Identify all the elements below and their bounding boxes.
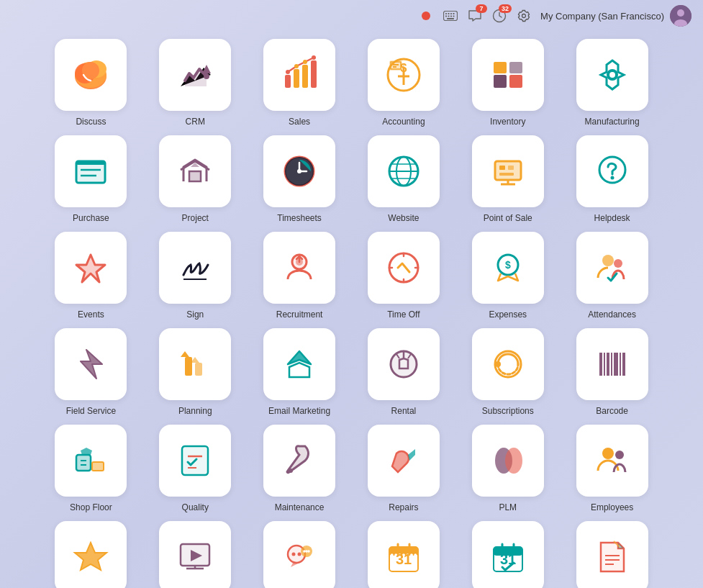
app-icon-expenses: $ bbox=[472, 232, 544, 304]
svg-point-20 bbox=[204, 73, 209, 79]
app-icon-attendances bbox=[576, 232, 648, 304]
app-item-discuss[interactable]: Discuss bbox=[43, 39, 139, 127]
app-item-employees[interactable]: Employees bbox=[564, 425, 660, 512]
app-item-plm[interactable]: PLM bbox=[460, 425, 555, 512]
svg-rect-1 bbox=[445, 13, 447, 14]
company-selector[interactable]: My Company (San Francisco) bbox=[540, 5, 691, 27]
app-label-attendances: Attendances bbox=[588, 309, 636, 320]
app-item-email_marketing[interactable]: Email Marketing bbox=[252, 328, 348, 416]
app-icon-maintenance bbox=[263, 425, 335, 497]
app-item-sign[interactable]: Sign bbox=[148, 232, 243, 320]
svg-rect-3 bbox=[450, 13, 452, 14]
app-item-expenses[interactable]: $Expenses bbox=[460, 232, 555, 320]
app-item-inventory[interactable]: Inventory bbox=[460, 39, 555, 127]
svg-rect-58 bbox=[495, 161, 521, 180]
app-item-attendances[interactable]: Attendances bbox=[564, 232, 660, 320]
app-label-time_off: Time Off bbox=[387, 309, 419, 320]
app-item-repairs[interactable]: Repairs bbox=[355, 425, 451, 512]
chat-icon[interactable]: 7 bbox=[467, 8, 483, 24]
app-item-appraisals[interactable]: Appraisals bbox=[43, 521, 139, 588]
svg-rect-96 bbox=[604, 353, 605, 376]
app-item-subscriptions[interactable]: Subscriptions bbox=[460, 328, 555, 416]
app-label-planning: Planning bbox=[178, 406, 212, 416]
svg-rect-7 bbox=[450, 16, 452, 17]
user-avatar[interactable] bbox=[670, 5, 691, 27]
app-item-planning[interactable]: Planning bbox=[148, 328, 243, 416]
app-label-manufacturing: Manufacturing bbox=[585, 117, 640, 127]
app-label-expenses: Expenses bbox=[489, 309, 527, 320]
app-item-appointments[interactable]: 31Appointments bbox=[460, 521, 555, 588]
app-icon-rental bbox=[368, 328, 440, 400]
app-item-barcode[interactable]: Barcode bbox=[564, 328, 660, 416]
app-item-field_service[interactable]: Field Service bbox=[43, 328, 139, 416]
svg-point-27 bbox=[294, 64, 299, 68]
app-icon-planning bbox=[159, 328, 231, 400]
svg-rect-5 bbox=[445, 16, 447, 17]
app-icon-events bbox=[55, 232, 127, 304]
app-icon-field_service bbox=[55, 328, 127, 400]
svg-rect-38 bbox=[509, 75, 522, 88]
app-item-timesheets[interactable]: Timesheets bbox=[252, 135, 348, 223]
app-item-documents[interactable]: Documents bbox=[564, 521, 660, 588]
app-item-website[interactable]: Website bbox=[355, 135, 451, 223]
app-icon-repairs bbox=[368, 425, 440, 497]
app-item-helpdesk[interactable]: Helpdesk bbox=[564, 135, 660, 223]
app-icon-helpdesk bbox=[576, 135, 648, 207]
app-item-events[interactable]: Events bbox=[43, 232, 139, 320]
svg-point-117 bbox=[615, 451, 624, 459]
svg-rect-2 bbox=[448, 13, 450, 14]
svg-rect-97 bbox=[607, 353, 609, 376]
app-label-maintenance: Maintenance bbox=[275, 502, 325, 512]
app-label-timesheets: Timesheets bbox=[277, 213, 322, 223]
app-item-rental[interactable]: Rental bbox=[355, 328, 451, 416]
app-icon-documents bbox=[576, 521, 648, 588]
app-item-crm[interactable]: CRM bbox=[148, 39, 243, 127]
svg-rect-99 bbox=[614, 353, 618, 376]
app-item-manufacturing[interactable]: Manufacturing bbox=[564, 39, 660, 127]
app-label-helpdesk: Helpdesk bbox=[594, 213, 630, 223]
svg-rect-9 bbox=[447, 18, 454, 19]
app-label-point_of_sale: Point of Sale bbox=[484, 213, 532, 223]
app-item-accounting[interactable]: $Accounting bbox=[355, 39, 451, 127]
app-label-field_service: Field Service bbox=[66, 406, 116, 416]
app-label-crm: CRM bbox=[186, 117, 205, 127]
app-icon-crm bbox=[159, 39, 231, 111]
settings-icon[interactable] bbox=[516, 8, 532, 24]
svg-point-77 bbox=[602, 255, 614, 266]
company-name: My Company (San Francisco) bbox=[540, 11, 664, 22]
svg-point-115 bbox=[505, 448, 522, 474]
app-item-sales[interactable]: Sales bbox=[252, 39, 348, 127]
app-item-purchase[interactable]: Purchase bbox=[43, 135, 139, 223]
app-label-employees: Employees bbox=[591, 502, 633, 512]
app-item-point_of_sale[interactable]: Point of Sale bbox=[460, 135, 555, 223]
app-item-time_off[interactable]: Time Off bbox=[355, 232, 451, 320]
svg-rect-62 bbox=[499, 173, 514, 176]
keyboard-icon[interactable] bbox=[443, 8, 458, 24]
apps-grid: DiscussCRMSales$AccountingInventoryManuf… bbox=[0, 32, 703, 588]
app-icon-time_off bbox=[368, 232, 440, 304]
app-item-shop_floor[interactable]: Shop Floor bbox=[43, 425, 139, 512]
svg-point-127 bbox=[292, 553, 296, 556]
app-item-project[interactable]: Project bbox=[148, 135, 243, 223]
app-item-live_chat[interactable]: Live Chat bbox=[252, 521, 348, 588]
svg-point-42 bbox=[609, 72, 615, 78]
activity-icon[interactable]: 32 bbox=[491, 8, 507, 24]
app-item-recruitment[interactable]: Recruitment bbox=[252, 232, 348, 320]
app-label-repairs: Repairs bbox=[389, 502, 418, 512]
app-item-elearning[interactable]: eLearning bbox=[148, 521, 243, 588]
status-dot-icon[interactable] bbox=[418, 8, 434, 24]
svg-rect-24 bbox=[302, 65, 308, 88]
svg-point-52 bbox=[297, 169, 301, 173]
app-icon-sales bbox=[263, 39, 335, 111]
app-label-plm: PLM bbox=[499, 502, 517, 512]
app-icon-barcode bbox=[576, 328, 648, 400]
app-icon-appraisals bbox=[55, 521, 127, 588]
app-item-quality[interactable]: Quality bbox=[148, 425, 243, 512]
app-icon-plm bbox=[472, 425, 544, 497]
app-item-calendar[interactable]: ●●●●●●●31Calendar bbox=[355, 521, 451, 588]
app-icon-discuss bbox=[55, 39, 127, 111]
app-item-maintenance[interactable]: Maintenance bbox=[252, 425, 348, 512]
app-icon-project bbox=[159, 135, 231, 207]
svg-rect-23 bbox=[294, 69, 299, 88]
app-icon-employees bbox=[576, 425, 648, 497]
